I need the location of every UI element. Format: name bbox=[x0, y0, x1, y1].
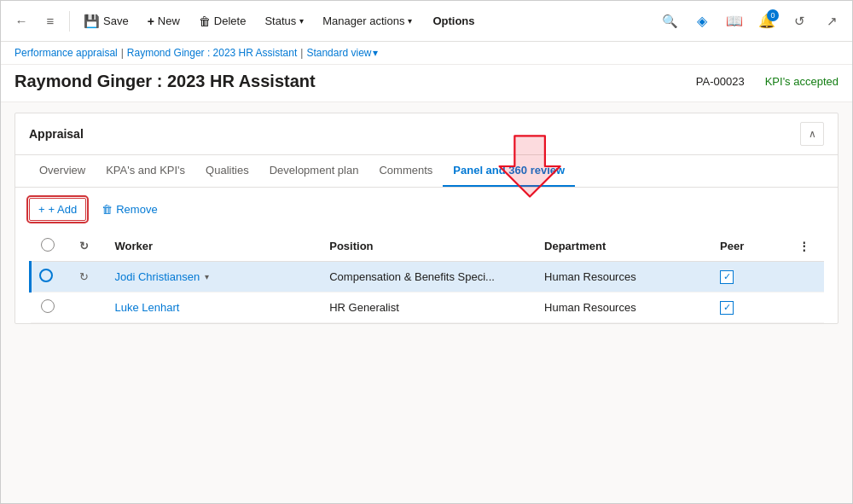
menu-button[interactable]: ≡ bbox=[37, 8, 64, 35]
row2-position: HR Generalist bbox=[319, 293, 534, 323]
row1-position: Compensation & Benefits Speci... bbox=[319, 262, 534, 293]
appraisal-card: Appraisal ∧ Overview KPA's and KPI's Qua… bbox=[15, 113, 838, 324]
refresh-button[interactable]: ↺ bbox=[786, 8, 813, 35]
diamond-icon: ◈ bbox=[697, 13, 707, 29]
select-all-checkbox[interactable] bbox=[41, 238, 55, 252]
breadcrumb-link-performance[interactable]: Performance appraisal bbox=[15, 47, 118, 59]
row2-select-circle[interactable] bbox=[41, 299, 55, 313]
row1-check bbox=[31, 262, 70, 293]
external-link-icon: ↗ bbox=[827, 14, 838, 29]
notification-button[interactable]: 🔔 0 bbox=[753, 8, 780, 35]
row1-worker: Jodi Christiansen ▾ bbox=[104, 262, 319, 293]
save-button[interactable]: 💾 Save bbox=[75, 9, 137, 34]
action-bar: + + Add 🗑 Remove bbox=[29, 198, 824, 221]
row1-more bbox=[788, 262, 824, 293]
remove-label: Remove bbox=[116, 203, 157, 216]
row1-worker-name[interactable]: Jodi Christiansen bbox=[114, 270, 200, 283]
tab-qualities[interactable]: Qualities bbox=[195, 155, 259, 187]
status-badge: KPI's accepted bbox=[765, 75, 838, 88]
search-button[interactable]: 🔍 bbox=[656, 8, 683, 35]
options-button[interactable]: Options bbox=[422, 9, 485, 32]
breadcrumb: Performance appraisal | Raymond Ginger :… bbox=[1, 42, 852, 65]
row2-refresh bbox=[69, 293, 104, 323]
new-icon: + bbox=[148, 14, 154, 28]
tab-development[interactable]: Development plan bbox=[259, 155, 369, 187]
th-refresh: ↻ bbox=[69, 231, 104, 262]
breadcrumb-link-record[interactable]: Raymond Ginger : 2023 HR Assistant bbox=[127, 47, 297, 59]
refresh-col-icon: ↻ bbox=[79, 240, 89, 252]
row1-peer: ✓ bbox=[710, 262, 788, 293]
record-id: PA-00023 bbox=[696, 75, 745, 88]
delete-icon: 🗑 bbox=[199, 14, 211, 28]
tab-comments[interactable]: Comments bbox=[368, 155, 443, 187]
toolbar: ← ≡ 💾 Save + New 🗑 Delete Status ▾ Manag… bbox=[1, 1, 852, 42]
table-header-row: ↻ Worker Position Department Peer ⋮ bbox=[31, 231, 825, 262]
row2-check bbox=[31, 293, 70, 323]
diamond-icon-button[interactable]: ◈ bbox=[688, 8, 716, 35]
row2-peer: ✓ bbox=[710, 293, 788, 323]
row1-select-circle[interactable] bbox=[39, 269, 53, 282]
book-icon: 📖 bbox=[726, 13, 743, 29]
refresh-icon: ↺ bbox=[794, 14, 805, 29]
tab-content: + + Add 🗑 Remove bbox=[15, 188, 838, 323]
row2-peer-checkbox[interactable]: ✓ bbox=[720, 301, 734, 315]
breadcrumb-sep-1: | bbox=[121, 47, 124, 59]
card-title: Appraisal bbox=[29, 127, 84, 141]
workers-table: ↻ Worker Position Department Peer ⋮ bbox=[29, 231, 824, 323]
th-department: Department bbox=[534, 231, 710, 262]
remove-icon: 🗑 bbox=[102, 203, 113, 216]
page-title: Raymond Ginger : 2023 HR Assistant bbox=[15, 72, 696, 91]
status-button[interactable]: Status ▾ bbox=[256, 9, 312, 32]
toolbar-right: 🔍 ◈ 📖 🔔 0 ↺ ↗ bbox=[656, 8, 845, 35]
page-header: Raymond Ginger : 2023 HR Assistant PA-00… bbox=[1, 65, 852, 102]
tabs-bar: Overview KPA's and KPI's Qualities Devel… bbox=[15, 155, 838, 188]
row2-more bbox=[788, 293, 824, 323]
remove-button[interactable]: 🗑 Remove bbox=[93, 199, 165, 220]
main-content: Appraisal ∧ Overview KPA's and KPI's Qua… bbox=[1, 102, 852, 503]
row1-worker-dropdown-icon: ▾ bbox=[205, 272, 209, 281]
breadcrumb-dropdown-icon: ▾ bbox=[373, 47, 378, 59]
save-icon: 💾 bbox=[84, 14, 100, 29]
table-row: Luke Lenhart HR Generalist Human Resourc… bbox=[31, 293, 825, 323]
toolbar-divider-1 bbox=[69, 11, 70, 32]
row2-worker-name[interactable]: Luke Lenhart bbox=[114, 301, 179, 314]
page-meta: PA-00023 KPI's accepted bbox=[696, 75, 838, 88]
back-button[interactable]: ← bbox=[8, 8, 35, 35]
main-window: ← ≡ 💾 Save + New 🗑 Delete Status ▾ Manag… bbox=[0, 0, 853, 504]
tab-kpa[interactable]: KPA's and KPI's bbox=[96, 155, 195, 187]
breadcrumb-sep-2: | bbox=[300, 47, 303, 59]
back-icon: ← bbox=[15, 14, 28, 28]
row1-worker-inner: Jodi Christiansen ▾ bbox=[114, 270, 309, 283]
search-icon: 🔍 bbox=[662, 14, 678, 29]
notification-badge: 0 bbox=[767, 9, 779, 21]
table-row: ↻ Jodi Christiansen ▾ Compensation & Ben… bbox=[31, 262, 825, 293]
external-link-button[interactable]: ↗ bbox=[818, 8, 845, 35]
row2-worker: Luke Lenhart bbox=[104, 293, 319, 323]
collapse-icon: ∧ bbox=[809, 128, 816, 140]
tab-panel-360[interactable]: Panel and 360 review bbox=[443, 155, 575, 187]
collapse-button[interactable]: ∧ bbox=[800, 122, 824, 146]
add-icon: + bbox=[38, 203, 45, 216]
row1-department: Human Resources bbox=[534, 262, 710, 293]
delete-button[interactable]: 🗑 Delete bbox=[190, 9, 255, 33]
add-label: + Add bbox=[49, 203, 78, 216]
row2-department: Human Resources bbox=[534, 293, 710, 323]
card-header: Appraisal ∧ bbox=[15, 113, 838, 155]
breadcrumb-view-dropdown[interactable]: Standard view ▾ bbox=[306, 47, 378, 59]
menu-icon: ≡ bbox=[47, 14, 55, 28]
th-check bbox=[31, 231, 70, 262]
add-button[interactable]: + + Add bbox=[29, 198, 86, 221]
status-chevron-icon: ▾ bbox=[299, 16, 304, 26]
th-more: ⋮ bbox=[788, 231, 824, 262]
th-peer: Peer bbox=[710, 231, 788, 262]
manager-actions-button[interactable]: Manager actions ▾ bbox=[314, 9, 421, 32]
new-button[interactable]: + New bbox=[139, 9, 189, 33]
th-position: Position bbox=[319, 231, 534, 262]
manager-actions-chevron-icon: ▾ bbox=[408, 16, 412, 26]
th-worker: Worker bbox=[104, 231, 319, 262]
row1-refresh-icon: ↻ bbox=[79, 270, 89, 283]
tab-overview[interactable]: Overview bbox=[29, 155, 96, 187]
row1-refresh: ↻ bbox=[69, 262, 104, 293]
row1-peer-checkbox[interactable]: ✓ bbox=[720, 270, 734, 284]
book-icon-button[interactable]: 📖 bbox=[721, 8, 748, 35]
